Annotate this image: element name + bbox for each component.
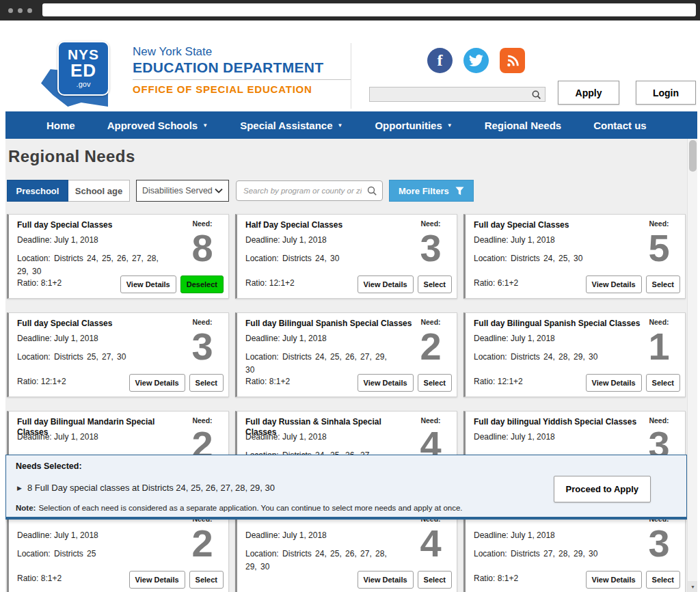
select-button[interactable]: Select (418, 571, 452, 589)
apply-button[interactable]: Apply (558, 81, 619, 105)
scrollbar-thumb[interactable] (689, 140, 697, 172)
nav-item-special-assistance[interactable]: Special Assistance▼ (240, 120, 342, 131)
card-title: Full day Special Classes (17, 319, 186, 329)
login-button[interactable]: Login (636, 81, 696, 105)
card-buttons: View Details Deselect (120, 275, 224, 293)
need-indicator: Need: 3 (637, 515, 681, 561)
need-card: Full day Special Classes Deadline: July … (7, 214, 229, 299)
card-grid: Full day Special Classes Deadline: July … (7, 214, 686, 592)
select-button[interactable]: Select (646, 275, 680, 293)
selected-need-item[interactable]: ▶ 8 Full Day special classes at District… (17, 483, 275, 493)
window-control-dots (8, 8, 32, 13)
ratio-label: Ratio: (474, 377, 495, 386)
preschool-tab[interactable]: Preschool (7, 180, 68, 202)
need-indicator: Need: 2 (409, 318, 453, 364)
chevron-down-icon: ▼ (202, 123, 208, 129)
chevron-down-icon: ▼ (338, 123, 343, 129)
card-deadline: Deadline: July 1, 2018 (245, 235, 327, 245)
view-details-button[interactable]: View Details (120, 275, 176, 293)
nav-item-approved-schools[interactable]: Approved Schools▼ (107, 120, 208, 131)
need-indicator: Need: 1 (637, 318, 681, 364)
more-filters-button[interactable]: More Filters (389, 180, 474, 202)
need-indicator: Need: 3 (180, 318, 224, 364)
deadline-label: Deadline: (17, 334, 52, 343)
address-bar[interactable] (42, 3, 696, 16)
view-details-button[interactable]: View Details (129, 374, 185, 392)
card-title: Full day Special Classes (474, 220, 643, 230)
select-button[interactable]: Select (646, 571, 680, 589)
content-area: Regional Needs Preschool School age Disa… (5, 139, 697, 592)
proceed-to-apply-button[interactable]: Proceed to Apply (554, 476, 651, 502)
card-deadline: Deadline: July 1, 2018 (17, 235, 98, 245)
brand-state-name: New York State (133, 45, 351, 59)
nav-item-opportunities[interactable]: Opportunities▼ (375, 120, 452, 131)
deadline-label: Deadline: (474, 530, 509, 540)
select-button[interactable]: Select (189, 374, 224, 392)
view-details-button[interactable]: View Details (358, 275, 414, 293)
card-buttons: View Details Select (129, 571, 224, 589)
card-location: Location: Districts 24, 25, 26, 27, 29, … (245, 351, 388, 377)
location-value: Districts 24, 28, 29, 30 (511, 352, 597, 362)
brand-department: EDUCATION DEPARTMENT (133, 59, 351, 76)
program-search-input[interactable] (236, 180, 383, 201)
nav-item-regional-needs[interactable]: Regional Needs (485, 120, 562, 131)
location-label: Location: (474, 549, 507, 559)
deselect-button[interactable]: Deselect (180, 275, 224, 293)
nav-item-label: Regional Needs (485, 120, 562, 131)
card-ratio: Ratio: 12:1+2 (474, 377, 523, 386)
card-title: Full day bilingual Yiddish Special Class… (474, 417, 643, 427)
facebook-icon[interactable]: f (427, 48, 453, 73)
card-buttons: View Details Select (586, 275, 680, 293)
card-buttons: View Details Select (358, 275, 452, 293)
ratio-label: Ratio: (245, 278, 267, 288)
window-dot-icon (18, 8, 23, 13)
search-icon[interactable] (366, 185, 377, 199)
card-title: Full day Bilingual Spanish Special Class… (474, 319, 643, 329)
location-value: Districts 25 (54, 549, 96, 559)
more-filters-label: More Filters (399, 186, 449, 196)
view-details-button[interactable]: View Details (358, 571, 414, 589)
deadline-label: Deadline: (245, 432, 280, 442)
deadline-value: July 1, 2018 (54, 432, 98, 442)
select-button[interactable]: Select (418, 275, 452, 293)
need-number: 2 (180, 525, 224, 561)
nav-item-home[interactable]: Home (46, 120, 75, 131)
twitter-icon[interactable] (463, 48, 489, 73)
nav-item-contact-us[interactable]: Contact us (593, 120, 647, 131)
search-icon[interactable] (531, 90, 541, 103)
nav-item-label: Opportunities (375, 120, 442, 131)
chevron-down-icon: ▼ (447, 123, 453, 129)
select-button[interactable]: Select (418, 374, 452, 392)
page-title: Regional Needs (8, 147, 135, 166)
need-number: 2 (409, 328, 453, 364)
scroll-down-button[interactable]: ▼ (688, 581, 697, 592)
view-details-button[interactable]: View Details (586, 571, 642, 589)
view-details-button[interactable]: View Details (586, 275, 642, 293)
school-age-tab[interactable]: School age (68, 180, 130, 202)
needs-selected-title: Needs Selected: (16, 461, 82, 471)
disabilities-served-dropdown[interactable]: Disabilities Served (136, 180, 229, 202)
nysed-logo[interactable]: NYS ED .gov (41, 41, 118, 109)
view-details-button[interactable]: View Details (586, 374, 642, 392)
view-details-button[interactable]: View Details (358, 374, 414, 392)
card-ratio: Ratio: 12:1+2 (245, 278, 295, 288)
rss-icon[interactable] (500, 48, 525, 73)
scrollbar[interactable]: ▼ (687, 139, 697, 592)
note-text: Selection of each need is considered as … (38, 504, 462, 512)
select-button[interactable]: Select (646, 374, 680, 392)
select-button[interactable]: Select (189, 571, 224, 589)
deadline-value: July 1, 2018 (282, 530, 327, 540)
card-ratio: Ratio: 8:1+2 (474, 574, 518, 583)
ratio-value: 6:1+2 (498, 278, 518, 288)
disclosure-triangle-icon: ▶ (17, 485, 22, 492)
location-label: Location: (245, 352, 279, 362)
need-card: Deadline: July 1, 2018 Location: Distric… (463, 509, 686, 592)
location-value: Districts 27, 28, 29, 30 (511, 549, 597, 559)
card-ratio: Ratio: 8:1+2 (17, 278, 62, 288)
card-deadline: Deadline: July 1, 2018 (474, 530, 555, 540)
card-deadline: Deadline: July 1, 2018 (245, 530, 327, 540)
need-indicator: Need: 3 (409, 219, 453, 266)
site-search-input[interactable] (370, 88, 545, 101)
location-value: Districts 24, 30 (282, 254, 339, 263)
view-details-button[interactable]: View Details (129, 571, 185, 589)
